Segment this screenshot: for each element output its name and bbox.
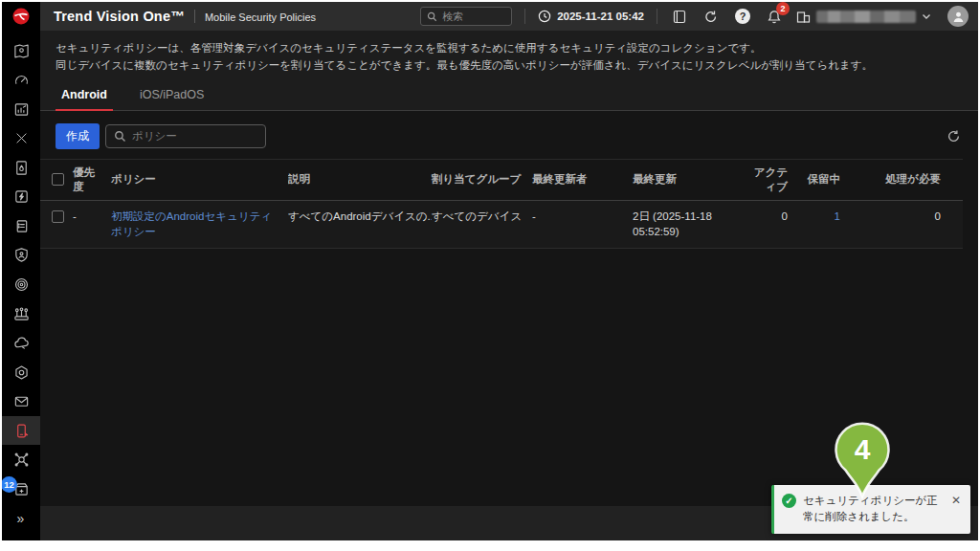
sidebar-item-quick-response[interactable]	[2, 183, 40, 212]
col-description: 説明	[288, 172, 432, 187]
col-active: アクティブ	[743, 165, 795, 194]
book-icon	[673, 10, 686, 24]
cell-active-count: 0	[743, 209, 795, 225]
success-check-icon: ✓	[782, 494, 796, 508]
sidebar-item-xdr[interactable]	[2, 124, 40, 154]
document-scan-icon	[13, 160, 30, 176]
cell-assigned-group: すべてのデバイス	[432, 209, 532, 225]
tour-swirl-icon	[703, 10, 719, 24]
description-line-1: セキュリティポリシーは、各管理対象デバイスのセキュリティステータスを監視するため…	[56, 40, 963, 57]
mobile-security-icon	[13, 423, 30, 439]
trend-micro-logo-icon	[11, 7, 31, 26]
row-checkbox[interactable]	[52, 210, 64, 223]
policy-lock-list-icon	[13, 218, 30, 234]
col-pending: 保留中	[795, 172, 848, 187]
dashboard-gauge-icon	[13, 72, 30, 88]
console-guide-button[interactable]	[670, 7, 689, 26]
sidebar-item-cloud-security[interactable]	[2, 328, 40, 358]
pending-count-link[interactable]: 1	[835, 210, 840, 222]
refresh-icon	[947, 129, 961, 143]
select-all-checkbox[interactable]	[52, 173, 64, 186]
cell-last-updated: 2日 (2025-11-18 05:52:59)	[633, 209, 743, 240]
global-search[interactable]	[420, 7, 512, 26]
module-title: Mobile Security Policies	[205, 11, 316, 23]
sidebar-item-identity-security[interactable]	[2, 241, 40, 271]
tab-ios-ipados[interactable]: iOS/iPadOS	[134, 88, 210, 110]
data-stack-icon	[13, 276, 30, 293]
sidebar-item-reports[interactable]	[2, 95, 40, 124]
sidebar-item-map-location[interactable]	[2, 36, 40, 66]
sidebar-item-mobile-security[interactable]	[2, 416, 40, 446]
header-actions: 2025-11-21 05:42 ?	[420, 6, 978, 27]
sidebar-item-endpoint-security[interactable]	[2, 358, 40, 387]
col-last-updated: 最終更新	[633, 172, 743, 187]
notification-count-badge: 2	[776, 2, 790, 15]
platform-tabs: Android iOS/iPadOS	[40, 75, 978, 111]
step-marker-balloon: 4	[829, 419, 896, 499]
table-toolbar: 作成	[40, 111, 978, 159]
sidebar-expand-button[interactable]: »	[2, 504, 40, 534]
col-priority: 優先度	[73, 165, 111, 194]
left-sidebar: 12 »	[2, 31, 40, 540]
cell-last-updated-by: -	[532, 209, 633, 225]
sidebar-item-policies[interactable]	[2, 211, 40, 241]
quick-response-bolt-icon	[13, 188, 30, 205]
sidebar-count-badge: 12	[2, 476, 17, 493]
step-number: 4	[855, 433, 871, 465]
policies-table: 優先度 ポリシー 説明 割り当てグループ 最終更新者 最終更新 アクティブ 保留…	[40, 159, 978, 249]
header-divider	[524, 9, 525, 24]
sidebar-item-workflow[interactable]: 12	[2, 474, 40, 504]
sidebar-item-attack-surface[interactable]	[2, 299, 40, 329]
help-button[interactable]: ?	[733, 7, 752, 26]
sidebar-item-data-security[interactable]	[2, 270, 40, 299]
policy-search-input[interactable]	[132, 130, 247, 142]
search-icon	[427, 11, 437, 22]
console-time[interactable]: 2025-11-21 05:42	[538, 10, 644, 23]
email-security-icon	[13, 393, 30, 409]
tab-android[interactable]: Android	[56, 88, 113, 110]
sidebar-item-dashboard[interactable]	[2, 66, 40, 96]
header-divider	[657, 9, 657, 24]
cell-action-required-count: 0	[848, 209, 948, 225]
user-avatar[interactable]	[947, 6, 969, 27]
table-header-row: 優先度 ポリシー 説明 割り当てグループ 最終更新者 最終更新 アクティブ 保留…	[40, 159, 963, 201]
chevron-down-icon	[922, 13, 931, 20]
account-selector[interactable]	[796, 10, 931, 24]
account-name-redacted	[816, 11, 916, 23]
search-icon	[114, 130, 126, 143]
clock-icon	[538, 10, 551, 23]
title-divider	[194, 10, 195, 23]
trend-micro-logo[interactable]	[2, 2, 40, 31]
create-policy-button[interactable]: 作成	[56, 123, 100, 149]
cell-description: すべてのAndroidデバイスの...	[288, 209, 432, 225]
network-security-search-icon	[13, 452, 30, 468]
sidebar-item-network-security[interactable]	[2, 445, 40, 474]
app-titles: Trend Vision One™ Mobile Security Polici…	[40, 9, 316, 24]
top-header: Trend Vision One™ Mobile Security Polici…	[2, 2, 978, 31]
timestamp: 2025-11-21 05:42	[557, 11, 644, 22]
company-building-icon	[796, 10, 811, 24]
col-last-updated-by: 最終更新者	[532, 172, 633, 187]
refresh-button[interactable]	[947, 129, 961, 143]
cloud-security-icon	[13, 335, 30, 351]
policy-search[interactable]	[105, 124, 266, 148]
xdr-x-icon	[14, 131, 29, 145]
policy-link[interactable]: 初期設定のAndroidセキュリティポリシー	[111, 210, 272, 238]
description-line-2: 同じデバイスに複数のセキュリティポリシーを割り当てることができます。最も優先度の…	[56, 57, 963, 75]
col-policy: ポリシー	[111, 172, 288, 187]
sidebar-item-email-security[interactable]	[2, 386, 40, 416]
help-icon: ?	[735, 9, 750, 24]
map-location-icon	[13, 43, 30, 59]
toast-close-button[interactable]: ✕	[949, 493, 963, 508]
cell-priority: -	[73, 209, 111, 225]
notifications-button[interactable]: 2	[765, 7, 784, 26]
endpoint-security-gear-icon	[13, 364, 30, 381]
app-window: Trend Vision One™ Mobile Security Polici…	[2, 2, 978, 540]
global-search-input[interactable]	[442, 11, 500, 22]
sidebar-item-threat-intel[interactable]	[2, 153, 40, 183]
attack-surface-network-icon	[13, 306, 30, 322]
guided-tour-button[interactable]	[702, 7, 721, 26]
page-description: セキュリティポリシーは、各管理対象デバイスのセキュリティステータスを監視するため…	[40, 31, 978, 75]
product-title: Trend Vision One™	[54, 9, 185, 24]
identity-shield-icon	[13, 247, 30, 263]
